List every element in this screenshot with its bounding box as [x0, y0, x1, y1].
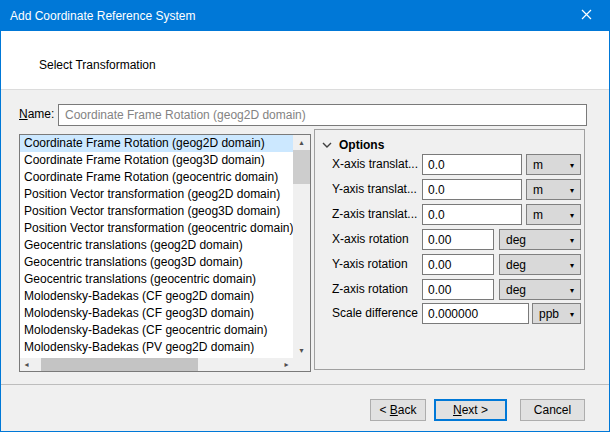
transformation-list-items: Coordinate Frame Rotation (geog2D domain… [20, 135, 293, 358]
z-translation-unit-select[interactable]: m ▾ [526, 204, 581, 225]
transformation-list: Coordinate Frame Rotation (geog2D domain… [19, 134, 311, 372]
x-rotation-label: X-axis rotation [332, 232, 409, 246]
list-item[interactable]: Molodensky-Badekas (CF geog3D domain) [20, 305, 293, 322]
chevron-down-icon: ▾ [570, 309, 574, 318]
list-item[interactable]: Coordinate Frame Rotation (geocentric do… [20, 169, 293, 186]
button-separator [1, 384, 609, 385]
chevron-down-icon: ▾ [570, 235, 574, 244]
z-rotation-label: Z-axis rotation [332, 282, 408, 296]
z-rotation-input[interactable] [422, 279, 494, 300]
scale-difference-row: Scale difference ppb ▾ [315, 303, 584, 324]
list-item[interactable]: Geocentric translations (geog2D domain) [20, 237, 293, 254]
z-translation-label: Z-axis translat... [332, 207, 417, 221]
scroll-left-icon[interactable]: ◂ [20, 358, 33, 371]
horizontal-scrollbar[interactable]: ◂ ▸ [20, 358, 293, 371]
close-button[interactable] [564, 1, 609, 31]
chevron-down-icon: ▾ [570, 285, 574, 294]
wizard-header: Select Transformation [1, 31, 609, 90]
x-rotation-unit-select[interactable]: deg ▾ [499, 229, 581, 250]
chevron-down-icon: ▾ [570, 185, 574, 194]
options-panel: Options X-axis translat... m ▾ Y-axis tr… [314, 129, 585, 370]
next-button[interactable]: Next > [434, 399, 507, 421]
x-rotation-input[interactable] [422, 229, 494, 250]
x-translation-unit-select[interactable]: m ▾ [526, 154, 581, 175]
chevron-down-icon: ▾ [570, 260, 574, 269]
back-button[interactable]: < Back [370, 399, 426, 421]
window-title: Add Coordinate Reference System [1, 9, 564, 23]
name-label: Name: [19, 107, 54, 121]
z-translation-row: Z-axis translat... m ▾ [315, 204, 584, 225]
x-translation-input[interactable] [422, 154, 522, 175]
z-translation-input[interactable] [422, 204, 522, 225]
add-crs-dialog: Add Coordinate Reference System Select T… [0, 0, 610, 432]
list-item[interactable]: Molodensky-Badekas (CF geog2D domain) [20, 288, 293, 305]
name-input[interactable] [58, 104, 587, 126]
y-rotation-row: Y-axis rotation deg ▾ [315, 254, 584, 275]
unit-value: deg [506, 233, 526, 247]
y-translation-label: Y-axis translat... [332, 182, 417, 196]
unit-value: ppb [539, 307, 559, 321]
list-item[interactable]: Geocentric translations (geocentric doma… [20, 271, 293, 288]
unit-value: m [533, 208, 543, 222]
y-rotation-label: Y-axis rotation [332, 257, 408, 271]
unit-value: deg [506, 258, 526, 272]
list-item[interactable]: Molodensky-Badekas (CF geocentric domain… [20, 322, 293, 339]
list-item[interactable]: Position Vector transformation (geog2D d… [20, 186, 293, 203]
chevron-down-icon: ▾ [570, 160, 574, 169]
scroll-right-icon[interactable]: ▸ [280, 358, 293, 371]
list-item[interactable]: Position Vector transformation (geog3D d… [20, 203, 293, 220]
scale-difference-unit-select[interactable]: ppb ▾ [532, 303, 581, 324]
list-item[interactable]: Coordinate Frame Rotation (geog3D domain… [20, 152, 293, 169]
y-translation-input[interactable] [422, 179, 522, 200]
unit-value: m [533, 158, 543, 172]
list-item[interactable]: Coordinate Frame Rotation (geog2D domain… [20, 135, 293, 152]
chevron-down-icon [315, 142, 339, 148]
cancel-button[interactable]: Cancel [520, 399, 585, 421]
close-icon [581, 9, 592, 23]
vertical-scrollbar[interactable]: ▴ ▾ [293, 135, 310, 358]
dialog-body: Name: Coordinate Frame Rotation (geog2D … [1, 91, 609, 431]
x-translation-row: X-axis translat... m ▾ [315, 154, 584, 175]
options-title: Options [339, 138, 384, 152]
z-rotation-unit-select[interactable]: deg ▾ [499, 279, 581, 300]
chevron-down-icon: ▾ [570, 210, 574, 219]
page-title: Select Transformation [39, 58, 156, 72]
scrollbar-corner [293, 358, 310, 371]
scale-difference-input[interactable] [422, 303, 529, 324]
scroll-down-icon[interactable]: ▾ [293, 343, 310, 358]
unit-value: m [533, 183, 543, 197]
titlebar: Add Coordinate Reference System [1, 1, 609, 31]
options-header[interactable]: Options [315, 136, 384, 154]
x-translation-label: X-axis translat... [332, 157, 418, 171]
scroll-up-icon[interactable]: ▴ [293, 135, 310, 150]
y-rotation-unit-select[interactable]: deg ▾ [499, 254, 581, 275]
y-rotation-input[interactable] [422, 254, 494, 275]
list-item[interactable]: Position Vector transformation (geocentr… [20, 220, 293, 237]
unit-value: deg [506, 283, 526, 297]
y-translation-row: Y-axis translat... m ▾ [315, 179, 584, 200]
vertical-scroll-thumb[interactable] [293, 150, 310, 184]
x-rotation-row: X-axis rotation deg ▾ [315, 229, 584, 250]
list-item[interactable]: Geocentric translations (geog3D domain) [20, 254, 293, 271]
list-item[interactable]: Molodensky-Badekas (PV geog2D domain) [20, 339, 293, 356]
y-translation-unit-select[interactable]: m ▾ [526, 179, 581, 200]
z-rotation-row: Z-axis rotation deg ▾ [315, 279, 584, 300]
scale-difference-label: Scale difference [332, 306, 418, 320]
horizontal-scroll-thumb[interactable] [41, 358, 198, 371]
